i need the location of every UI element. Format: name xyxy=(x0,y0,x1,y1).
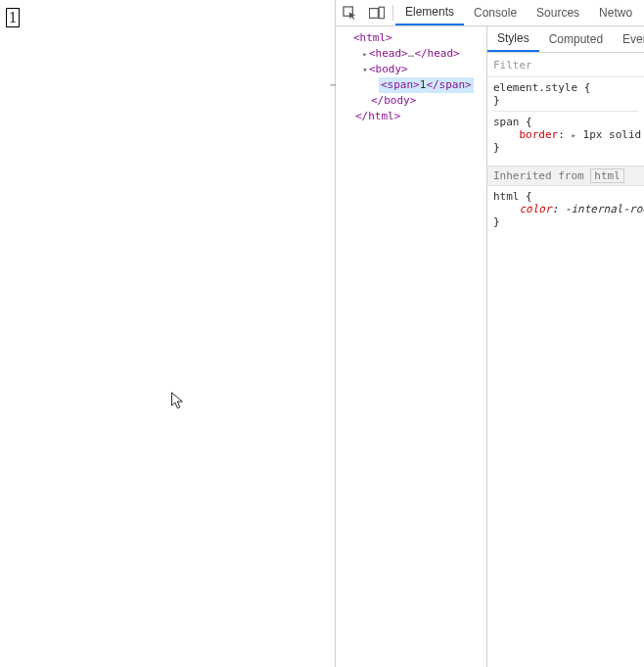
collapse-arrow-icon[interactable]: ▾ xyxy=(361,62,369,77)
tab-network[interactable]: Netwo xyxy=(589,0,642,25)
inherited-label: Inherited from xyxy=(493,169,590,182)
styles-side-panel: Styles Computed Event L element.style { … xyxy=(487,26,644,667)
rule2-colon: : xyxy=(558,128,565,141)
expand-arrow-icon[interactable]: ▸ xyxy=(361,46,369,62)
rule1-selector: element.style xyxy=(493,81,577,94)
rendered-page-panel[interactable]: 1 xyxy=(0,0,336,667)
toolbar-separator xyxy=(392,5,393,21)
styles-tab-bar: Styles Computed Event L xyxy=(487,26,644,53)
inherited-from-row: Inherited from html xyxy=(487,166,644,186)
device-toolbar-icon[interactable] xyxy=(363,0,391,25)
style-rules-area-inherited[interactable]: html { color: -internal-root-c } xyxy=(487,186,644,240)
tag-head-open: <head> xyxy=(369,47,408,60)
rule2-open-brace: { xyxy=(520,116,532,128)
tag-head-close: </head> xyxy=(414,47,459,60)
devtools-body: <html> ▸<head>…</head> ▾<body> <span>1</… xyxy=(336,26,644,667)
style-rules-area[interactable]: element.style { } span { border: ▸ 1px s… xyxy=(487,77,644,166)
rendered-span-element[interactable]: 1 xyxy=(6,8,20,27)
devtools-panel: Elements Console Sources Netwo <html> ▸<… xyxy=(336,0,644,667)
rule1-close-brace: } xyxy=(493,94,500,107)
tree-row-html-close[interactable]: </html> xyxy=(347,109,486,124)
tab-computed[interactable]: Computed xyxy=(539,26,613,52)
rule2-value-px[interactable]: 1px solid xyxy=(576,128,644,141)
tag-body-close: </body> xyxy=(371,94,416,107)
tree-row-head[interactable]: ▸<head>…</head> xyxy=(347,46,486,62)
tab-elements[interactable]: Elements xyxy=(395,0,464,25)
mouse-cursor-icon xyxy=(170,392,188,411)
tag-html-close: </html> xyxy=(355,110,400,122)
tab-sources[interactable]: Sources xyxy=(527,0,589,25)
elements-dom-tree[interactable]: <html> ▸<head>…</head> ▾<body> <span>1</… xyxy=(336,26,487,667)
devtools-main-toolbar: Elements Console Sources Netwo xyxy=(336,0,644,26)
tree-row-span-selected[interactable]: <span>1</span> xyxy=(347,77,486,93)
rule3-prop-color[interactable]: color xyxy=(520,203,552,215)
tag-body-open: <body> xyxy=(369,63,408,75)
rule-element-style[interactable]: element.style { } xyxy=(493,81,638,112)
tree-row-body-open[interactable]: ▾<body> xyxy=(347,62,486,77)
rule2-prop-border[interactable]: border xyxy=(520,128,559,141)
tree-row-body-close[interactable]: </body> xyxy=(347,93,486,109)
tab-console[interactable]: Console xyxy=(464,0,527,25)
rule-html[interactable]: html { color: -internal-root-c } xyxy=(493,190,638,232)
tab-event-listeners[interactable]: Event L xyxy=(613,26,644,52)
styles-filter-row xyxy=(487,53,644,77)
inspect-element-icon[interactable] xyxy=(336,0,363,25)
app-root: 1 Elements Console Sources Netwo <html> xyxy=(0,0,644,667)
svg-rect-1 xyxy=(369,9,378,19)
rule1-open-brace: { xyxy=(577,81,590,94)
tab-styles[interactable]: Styles xyxy=(487,26,539,52)
tag-html-open: <html> xyxy=(353,31,392,44)
rule2-selector: span xyxy=(493,116,520,128)
rule-span[interactable]: span { border: ▸ 1px solid bl } xyxy=(493,116,638,158)
rule3-colon: : xyxy=(552,203,565,215)
rule3-open-brace: { xyxy=(520,190,532,203)
svg-rect-2 xyxy=(379,7,384,19)
tree-row-html-open[interactable]: <html> xyxy=(347,30,486,46)
rule3-close-brace: } xyxy=(493,215,500,228)
rule3-value[interactable]: -internal-root-c xyxy=(565,203,644,215)
rule2-close-brace: } xyxy=(493,141,500,154)
styles-filter-input[interactable] xyxy=(487,54,644,75)
inherited-from-link[interactable]: html xyxy=(590,168,624,183)
tag-span-close: </span> xyxy=(426,78,471,91)
tag-span-open: <span> xyxy=(381,78,420,91)
rule3-selector: html xyxy=(493,190,520,203)
